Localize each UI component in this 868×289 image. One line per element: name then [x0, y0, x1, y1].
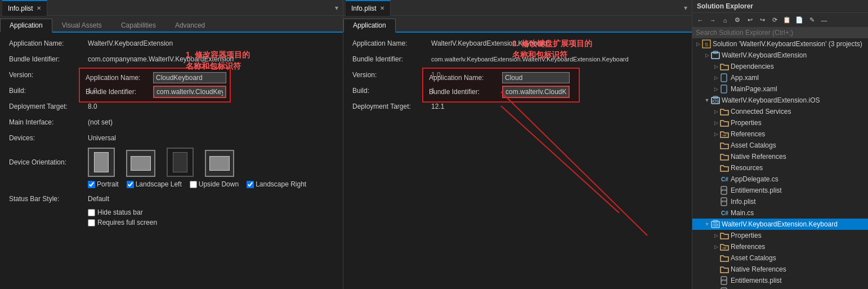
- m-version-label: Version:: [352, 71, 431, 79]
- search-input[interactable]: [696, 29, 865, 37]
- requires-fullscreen-label[interactable]: Requires full screen: [88, 219, 334, 226]
- landscape-right-checkbox[interactable]: [247, 181, 254, 188]
- tree-toggle[interactable]: ▷: [713, 131, 719, 137]
- tree-item[interactable]: ▷ Properties: [692, 230, 868, 241]
- left-content-area: Application Name: WalterlV.KeyboardExten…: [0, 33, 343, 289]
- landscape-left-checkbox[interactable]: [127, 181, 134, 188]
- toolbar-redo-btn[interactable]: ↪: [757, 15, 768, 26]
- tree-item[interactable]: Native References: [692, 264, 868, 275]
- upsidedown-checkbox[interactable]: [190, 181, 197, 188]
- tree-toggle[interactable]: ▷: [713, 244, 719, 250]
- tree-item[interactable]: plist Entitlements.plist: [692, 185, 868, 196]
- tree-item[interactable]: ▷ MainPage.xaml: [692, 83, 868, 95]
- landscape-right-checkbox-label[interactable]: Landscape Right: [247, 180, 306, 188]
- left-inner-tab-application[interactable]: Application: [0, 19, 52, 33]
- toolbar-home-btn[interactable]: ⌂: [719, 15, 731, 26]
- callout-2-line1: 2. 修改键盘扩展项目的: [512, 38, 592, 50]
- status-bar-value: Default: [88, 195, 109, 203]
- upsidedown-checkbox-label[interactable]: Upside Down: [190, 180, 239, 188]
- tree-toggle[interactable]: ▼: [704, 97, 710, 103]
- tree-toggle[interactable]: ▷: [713, 109, 719, 114]
- left-form: Application Name: WalterlV.KeyboardExten…: [0, 33, 343, 231]
- tree-item[interactable]: C# Main.cs: [692, 207, 868, 219]
- tree-item-label: WalterlV.KeyboardExtension: [722, 51, 807, 59]
- tree-toggle[interactable]: ▷: [695, 41, 701, 47]
- requires-fullscreen-text: Requires full screen: [97, 219, 157, 226]
- tree-toggle[interactable]: ▷: [704, 52, 710, 58]
- hide-status-bar-label[interactable]: Hide status bar: [88, 208, 334, 216]
- tree-item[interactable]: plist Entitlements.plist: [692, 275, 868, 286]
- toolbar-settings-btn[interactable]: ⚙: [732, 15, 743, 26]
- callout-2: 2. 修改键盘扩展项目的 名称和包标识符: [512, 38, 592, 60]
- tree-item[interactable]: ▷ App.xaml: [692, 72, 868, 83]
- tree-toggle[interactable]: ▷: [713, 86, 719, 92]
- tree-toggle[interactable]: ▷: [713, 75, 719, 81]
- middle-inner-tab-application[interactable]: Application: [343, 19, 396, 33]
- m-bundle-id-label: Bundle Identifier:: [352, 55, 431, 63]
- middle-pane: Info.plist ✕ ▾ Application Application N…: [343, 0, 692, 289]
- annotation-app-name-input[interactable]: [153, 72, 226, 83]
- landscape-left-icon: [126, 150, 155, 177]
- tree-item[interactable]: ▷ WalterlV.KeyboardExtension: [692, 50, 868, 61]
- plist-icon: plist: [719, 276, 730, 285]
- m-annotation-app-name-input[interactable]: [502, 72, 570, 83]
- tree-item[interactable]: plist Info.plist: [692, 286, 868, 289]
- tree-item[interactable]: Asset Catalogs: [692, 252, 868, 264]
- toolbar-copy1-btn[interactable]: 📋: [781, 15, 793, 26]
- devices-label: Devices:: [9, 134, 88, 142]
- tree-toggle[interactable]: ▼: [704, 221, 710, 227]
- tree-item[interactable]: ▼ iOS WalterlV.KeyboardExtension.iOS: [692, 95, 868, 106]
- portrait-checkbox-label[interactable]: Portrait: [88, 180, 119, 188]
- middle-tab-scroll[interactable]: ▾: [682, 4, 690, 12]
- left-tab-close[interactable]: ✕: [37, 5, 41, 11]
- m-annotation-bundle-input[interactable]: [502, 86, 570, 98]
- tree-item[interactable]: ▷ Properties: [692, 117, 868, 128]
- tree-item[interactable]: Resources: [692, 162, 868, 174]
- solution-explorer-title: Solution Explorer: [692, 0, 868, 13]
- annotation-bundle-input[interactable]: [153, 86, 226, 98]
- tree-item[interactable]: ▼ ⌨ WalterlV.KeyboardExtension.Keyboard: [692, 219, 868, 230]
- tree-item[interactable]: ▷ Connected Services: [692, 106, 868, 117]
- left-inner-tab-visualassets[interactable]: Visual Assets: [52, 19, 111, 32]
- tree-item[interactable]: ▷ S Solution 'WalterlV.KeyboardExtension…: [692, 38, 868, 50]
- svg-text:plist: plist: [722, 199, 727, 203]
- hide-status-bar-checkbox[interactable]: [88, 209, 95, 216]
- requires-fullscreen-checkbox[interactable]: [88, 219, 95, 226]
- tree-item-label: Properties: [731, 119, 762, 127]
- m-deployment-value: 12.1: [431, 103, 444, 110]
- tree-item[interactable]: ▷ ref References: [692, 128, 868, 140]
- tree-item[interactable]: ▷ ref References: [692, 241, 868, 252]
- tree-toggle[interactable]: ▷: [713, 233, 719, 238]
- toolbar-copy2-btn[interactable]: 📄: [794, 15, 805, 26]
- middle-tab-close[interactable]: ✕: [380, 5, 384, 11]
- tree-item[interactable]: Native References: [692, 151, 868, 162]
- toolbar-undo-btn[interactable]: ↩: [744, 15, 755, 26]
- toolbar-refresh-btn[interactable]: ⟳: [769, 15, 780, 26]
- toolbar-minus-btn[interactable]: —: [818, 15, 830, 26]
- tree-item[interactable]: C# AppDelegate.cs: [692, 174, 868, 185]
- tree-toggle[interactable]: ▷: [713, 120, 719, 126]
- tree-item[interactable]: Asset Catalogs: [692, 140, 868, 151]
- landscape-left-checkbox-label[interactable]: Landscape Left: [127, 180, 182, 188]
- tree-toggle[interactable]: ▷: [713, 64, 719, 69]
- portrait-checkbox[interactable]: [88, 181, 95, 188]
- left-tab-infoplist[interactable]: Info.plist ✕: [2, 0, 47, 16]
- left-tab-scroll[interactable]: ▾: [333, 4, 341, 12]
- main-interface-value: (not set): [88, 118, 113, 126]
- toolbar-forward-btn[interactable]: →: [707, 15, 718, 26]
- csharp-icon: C#: [719, 208, 730, 217]
- upsidedown-icon: [167, 148, 194, 177]
- toolbar-back-btn[interactable]: ←: [695, 15, 706, 26]
- m-app-name-label: Application Name:: [352, 39, 431, 47]
- tree-item[interactable]: plist Info.plist: [692, 196, 868, 207]
- middle-tab-infoplist[interactable]: Info.plist ✕: [346, 0, 391, 16]
- tree-item-label: WalterlV.KeyboardExtension.iOS: [722, 96, 820, 104]
- callout-1: 1. 修改容器项目的 名称和包标识符: [186, 50, 250, 72]
- annotation-app-name-row: Application Name:: [86, 72, 224, 83]
- left-inner-tab-capabilities[interactable]: Capabilities: [111, 19, 165, 32]
- toolbar-edit-btn[interactable]: ✎: [806, 15, 817, 26]
- left-inner-tab-advanced[interactable]: Advanced: [165, 19, 214, 32]
- orientation-checkboxes: Portrait Landscape Left Upside Down Land…: [88, 180, 334, 188]
- svg-rect-7: [721, 85, 727, 93]
- tree-item[interactable]: ▷ Dependencies: [692, 61, 868, 72]
